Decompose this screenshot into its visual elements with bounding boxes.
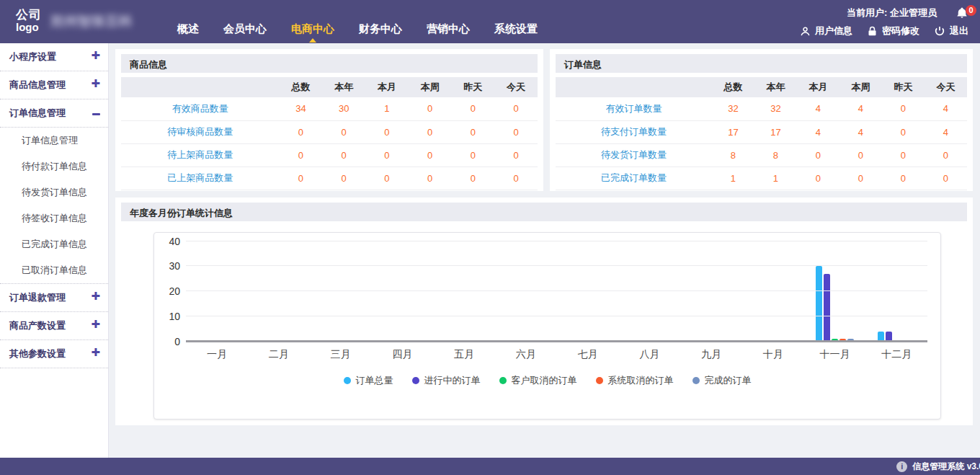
- nav-tab[interactable]: 系统设置: [494, 22, 538, 36]
- nav-tab[interactable]: 会员中心: [223, 22, 267, 36]
- month-bar-group: [804, 241, 866, 342]
- nav-tab[interactable]: 财务中心: [359, 22, 402, 36]
- active-tab-caret-icon: [309, 38, 316, 43]
- top-header: 公司 logo 郑州智珠百科 概述会员中心电商中心财务中心营销中心系统设置 当前…: [0, 0, 980, 43]
- row-label-cell: 待审核商品数量: [121, 120, 280, 143]
- stats-row: 待支付订单数量17174404: [556, 120, 967, 143]
- x-axis-tick-label: 十一月: [804, 348, 866, 361]
- user-action-power[interactable]: 退出: [934, 25, 968, 37]
- legend-item[interactable]: 客户取消的订单: [499, 374, 577, 387]
- row-label-link[interactable]: 待审核商品数量: [167, 126, 233, 137]
- row-label-link[interactable]: 有效商品数量: [172, 103, 228, 114]
- legend-item[interactable]: 系统取消的订单: [596, 374, 674, 387]
- nav-tab[interactable]: 概述: [177, 22, 199, 36]
- user-icon: [800, 26, 811, 37]
- month-bar-group: [680, 241, 742, 342]
- month-bar-group: [433, 241, 495, 342]
- expand-plus-icon[interactable]: ✚: [91, 290, 100, 303]
- sidebar-subitem[interactable]: 订单信息管理: [0, 128, 108, 154]
- stat-value: 0: [322, 143, 365, 167]
- notification-bell-icon[interactable]: 0: [956, 6, 968, 19]
- stats-row: 待发货订单数量880000: [556, 143, 967, 167]
- collapse-minus-icon[interactable]: [92, 105, 100, 117]
- x-axis-tick-label: 四月: [371, 348, 433, 361]
- x-axis-tick-label: 十月: [742, 348, 804, 361]
- sidebar-subitem[interactable]: 已取消订单信息: [0, 257, 108, 283]
- stats-row: 有效订单数量32324404: [556, 97, 967, 120]
- row-label-link[interactable]: 待支付订单数量: [601, 126, 667, 137]
- nav-tab[interactable]: 电商中心: [291, 22, 334, 36]
- stat-value: 30: [322, 97, 365, 120]
- row-label-link[interactable]: 有效订单数量: [605, 103, 662, 114]
- notification-count-badge[interactable]: 0: [966, 5, 976, 16]
- info-icon: i: [896, 461, 907, 472]
- legend-dot-icon: [596, 377, 603, 384]
- x-axis-labels: 一月二月三月四月五月六月七月八月九月十月十一月十二月: [186, 348, 927, 361]
- row-label-cell: 有效订单数量: [556, 97, 712, 120]
- stat-value: 0: [365, 167, 409, 190]
- order-table-header: 总数本年本月本周昨天今天: [556, 77, 967, 97]
- sidebar-item[interactable]: 订单信息管理: [0, 99, 108, 128]
- user-action-lock[interactable]: 密码修改: [867, 25, 919, 37]
- main-content: 商品信息 总数本年本月本周昨天今天 有效商品数量34301000待审核商品数量0…: [110, 43, 980, 458]
- stat-value: 0: [280, 143, 323, 167]
- stat-value: 0: [452, 120, 495, 143]
- company-logo: 公司 logo: [0, 0, 42, 43]
- row-label-cell: 待上架商品数量: [121, 143, 280, 167]
- nav-tab[interactable]: 营销中心: [427, 22, 470, 36]
- sidebar-subitem[interactable]: 待付款订单信息: [0, 154, 108, 179]
- sidebar-subitem[interactable]: 已完成订单信息: [0, 231, 108, 257]
- column-header: 本周: [839, 77, 882, 97]
- stats-row: 有效商品数量34301000: [121, 97, 538, 120]
- expand-plus-icon[interactable]: ✚: [91, 77, 100, 90]
- sidebar-subitem[interactable]: 待发货订单信息: [0, 179, 108, 205]
- stat-value: 4: [797, 120, 839, 143]
- stat-value: 0: [882, 97, 925, 120]
- sidebar-item[interactable]: 商品产数设置✚: [0, 312, 108, 340]
- stats-row: 待审核商品数量000000: [121, 120, 538, 143]
- stat-value: 0: [494, 167, 538, 190]
- x-axis-tick-label: 五月: [433, 348, 495, 361]
- stat-value: 0: [494, 120, 538, 143]
- stat-value: 1: [754, 167, 797, 190]
- bar-进行中的订单: [824, 274, 830, 342]
- expand-plus-icon[interactable]: ✚: [91, 318, 100, 331]
- sidebar-subitem[interactable]: 待签收订单信息: [0, 205, 108, 231]
- legend-item[interactable]: 进行中的订单: [412, 374, 481, 387]
- x-axis-tick-label: 十二月: [865, 348, 927, 361]
- sidebar-item[interactable]: 小程序设置✚: [0, 43, 108, 71]
- user-action-label: 密码修改: [882, 25, 919, 37]
- x-axis-tick-label: 七月: [557, 348, 619, 361]
- stats-row: 待上架商品数量000000: [121, 143, 538, 167]
- expand-plus-icon[interactable]: ✚: [91, 346, 100, 359]
- stat-value: 0: [322, 120, 365, 143]
- row-label-link[interactable]: 待发货订单数量: [601, 149, 667, 160]
- sidebar-item[interactable]: 订单退款管理✚: [0, 284, 108, 312]
- row-label-link[interactable]: 待上架商品数量: [167, 149, 233, 160]
- order-panel-title: 订单信息: [556, 54, 967, 73]
- legend-item[interactable]: 完成的订单: [692, 374, 752, 387]
- order-stats-table: 总数本年本月本周昨天今天 有效订单数量32324404待支付订单数量171744…: [556, 77, 967, 190]
- row-label-link[interactable]: 已上架商品数量: [167, 172, 233, 183]
- product-stats-table: 总数本年本月本周昨天今天 有效商品数量34301000待审核商品数量000000…: [121, 77, 538, 190]
- sidebar-item[interactable]: 商品信息管理✚: [0, 71, 108, 99]
- legend-dot-icon: [344, 377, 351, 384]
- y-axis-tick-label: 10: [157, 311, 180, 322]
- row-label-link[interactable]: 已完成订单数量: [601, 172, 667, 183]
- stat-value: 0: [409, 97, 452, 120]
- stat-value: 0: [452, 143, 495, 167]
- sidebar: 小程序设置✚商品信息管理✚订单信息管理订单信息管理待付款订单信息待发货订单信息待…: [0, 43, 109, 458]
- expand-plus-icon[interactable]: ✚: [91, 49, 100, 62]
- user-action-label: 退出: [950, 25, 968, 37]
- stat-value: 0: [882, 167, 925, 190]
- sidebar-item[interactable]: 其他参数设置✚: [0, 340, 108, 368]
- y-axis-tick-label: 40: [157, 236, 180, 247]
- stat-value: 0: [882, 120, 925, 143]
- gridline: [186, 265, 927, 266]
- column-header: 总数: [280, 77, 323, 97]
- legend-label: 订单总量: [356, 374, 393, 387]
- stat-value: 4: [925, 120, 967, 143]
- x-axis-line: [186, 340, 927, 342]
- user-action-user[interactable]: 用户信息: [800, 25, 852, 37]
- legend-item[interactable]: 订单总量: [344, 374, 393, 387]
